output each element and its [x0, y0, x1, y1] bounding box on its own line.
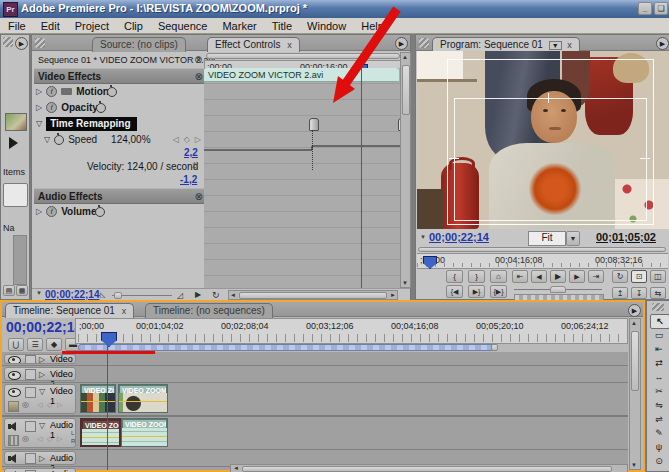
expand-icon[interactable]: ▷: [36, 103, 42, 112]
prev-keyframe-icon[interactable]: ◁: [173, 135, 179, 144]
toggle-track-output-icon[interactable]: [8, 454, 19, 463]
rate-stretch-tool[interactable]: ↔: [650, 371, 668, 384]
play-in-to-out-button[interactable]: {▶}: [490, 285, 507, 298]
menu-window[interactable]: Window: [307, 20, 346, 32]
expand-icon[interactable]: ▽: [36, 119, 42, 128]
panel-menu-icon[interactable]: ▶: [15, 37, 28, 50]
ec-vertical-scrollbar[interactable]: ▲ ▼: [400, 52, 411, 288]
list-view-button[interactable]: ▤: [3, 285, 15, 296]
zoom-slider[interactable]: [112, 295, 172, 296]
tab-dropdown-icon[interactable]: ▼: [549, 41, 562, 50]
add-keyframe-icon[interactable]: ◇: [184, 135, 190, 144]
set-encore-marker-button[interactable]: ☰: [27, 338, 43, 351]
shuttle-slider[interactable]: [514, 289, 602, 290]
extract-button[interactable]: ↧: [631, 287, 647, 299]
video-effects-header[interactable]: Video Effects ⊗: [34, 68, 207, 84]
prev-keyframe-icon[interactable]: ◁: [37, 435, 42, 443]
tab-effect-controls[interactable]: Effect Controls x: [207, 37, 300, 52]
hand-tool[interactable]: ψ: [650, 441, 668, 454]
tab-program[interactable]: Program: Sequence 01 ▼ x: [432, 37, 580, 52]
list-box[interactable]: [3, 183, 28, 207]
scroll-left-icon[interactable]: ◄: [230, 292, 236, 298]
menu-marker[interactable]: Marker: [222, 20, 256, 32]
work-area-end-handle[interactable]: [491, 344, 498, 351]
panel-grip[interactable]: [3, 37, 13, 47]
collapse-icon[interactable]: ⊗: [195, 71, 203, 82]
selection-tool[interactable]: ↖: [650, 314, 669, 329]
zoom-tool[interactable]: ⊙: [650, 455, 668, 468]
ripple-edit-tool[interactable]: ⇤: [650, 343, 668, 356]
scroll-right-icon[interactable]: ►: [390, 292, 396, 298]
keyframe-graph-area[interactable]: VIDEO ZOOM VICTOR 2.avi: [204, 68, 400, 288]
effect-row-time-remapping[interactable]: ▽ Time Remapping: [36, 116, 203, 131]
minimize-button[interactable]: _: [638, 2, 652, 15]
goto-in-brace-button[interactable]: {◀: [446, 285, 463, 298]
scroll-left-icon[interactable]: ◄: [233, 465, 239, 471]
loop-button[interactable]: ↻: [612, 270, 628, 283]
transform-handle[interactable]: [449, 158, 459, 159]
snap-button[interactable]: ⋃: [8, 338, 24, 351]
toggle-animation-icon[interactable]: [54, 135, 64, 145]
expand-icon[interactable]: ▷: [36, 87, 42, 96]
play-button[interactable]: ▶: [550, 270, 566, 283]
toggle-track-output-icon[interactable]: [8, 371, 21, 380]
track-header-video3[interactable]: ▷ Video 3: [4, 354, 76, 364]
video-clip[interactable]: VIDEO ZO: [80, 384, 116, 413]
step-forward-button[interactable]: ▶: [569, 270, 585, 283]
effect-row-volume[interactable]: ▷ f Volume: [36, 204, 203, 219]
next-keyframe-icon[interactable]: ▷: [57, 435, 62, 443]
panel-menu-icon[interactable]: ▶: [395, 37, 408, 50]
zoom-in-icon[interactable]: ◿: [177, 291, 183, 300]
scroll-thumb[interactable]: [631, 331, 639, 391]
collapse-icon[interactable]: ⊗: [194, 54, 202, 65]
track-header-video2[interactable]: ▷ Video 2: [4, 367, 76, 381]
restore-button[interactable]: ❏: [654, 2, 668, 15]
menu-title[interactable]: Title: [272, 20, 292, 32]
stopwatch-icon[interactable]: [95, 207, 105, 217]
track-expand-icon[interactable]: ▷: [39, 454, 45, 463]
panel-grip[interactable]: [35, 38, 45, 48]
show-keyframes-icon[interactable]: ◎: [22, 400, 29, 409]
zoom-level-select[interactable]: Fit: [528, 231, 566, 246]
track-expand-icon[interactable]: ▷: [39, 370, 45, 379]
scroll-thumb[interactable]: [242, 466, 612, 472]
timeline-current-timecode[interactable]: 00;00;22;14: [6, 319, 82, 335]
panel-grip[interactable]: [652, 303, 664, 311]
toggle-track-output-icon[interactable]: [8, 388, 21, 397]
track-lock-box[interactable]: [25, 453, 36, 464]
stopwatch-icon[interactable]: [96, 103, 106, 113]
play-icon[interactable]: ▶: [195, 290, 201, 299]
track-lock-box[interactable]: [25, 355, 36, 364]
timeline-ruler[interactable]: ;00;00 00;01;04;02 00;02;08;04 00;03;12;…: [75, 318, 628, 344]
panel-menu-icon[interactable]: ▶: [628, 304, 641, 317]
zoom-level-dropdown-icon[interactable]: ▼: [566, 231, 580, 246]
keyframe-value-link[interactable]: 2,2: [184, 147, 198, 158]
transform-handle[interactable]: [548, 93, 549, 103]
expand-icon[interactable]: ▷: [36, 207, 42, 216]
display-style-icon[interactable]: [8, 435, 19, 446]
program-video-frame[interactable]: [417, 51, 669, 229]
timeline-horizontal-scrollbar[interactable]: ◄: [230, 464, 628, 472]
menu-clip[interactable]: Clip: [124, 20, 143, 32]
icon-view-button[interactable]: ▦: [16, 285, 28, 296]
track-header-video1[interactable]: ▽ Video 1 ◎ ◁ ◇ ▷: [4, 384, 76, 414]
set-in-button[interactable]: {: [446, 270, 463, 283]
viewing-area-bar[interactable]: [418, 247, 666, 252]
menu-edit[interactable]: Edit: [41, 20, 60, 32]
track-lock-box[interactable]: [25, 387, 36, 398]
speed-value[interactable]: 124,00%: [111, 134, 150, 145]
speed-property-row[interactable]: ▽ Speed 124,00% ◁ ◇ ▷: [44, 132, 203, 147]
track-lock-box[interactable]: [25, 421, 36, 432]
transform-handle[interactable]: [640, 158, 650, 159]
effect-row-opacity[interactable]: ▷ f Opacity: [36, 100, 203, 115]
loop-icon[interactable]: ↻: [212, 290, 220, 300]
track-select-tool[interactable]: ▭: [650, 329, 668, 342]
show-keyframes-icon[interactable]: ◎: [22, 434, 29, 443]
audio-effects-header[interactable]: Audio Effects ⊗: [34, 188, 207, 204]
stopwatch-icon[interactable]: [107, 87, 117, 97]
zoom-out-icon[interactable]: ◺: [100, 291, 105, 299]
display-style-icon[interactable]: [8, 401, 19, 412]
play-preview-icon[interactable]: [9, 137, 18, 149]
audio-clip[interactable]: VIDEO ZOOM: [121, 418, 168, 447]
scroll-down-icon[interactable]: ▼: [402, 280, 408, 286]
